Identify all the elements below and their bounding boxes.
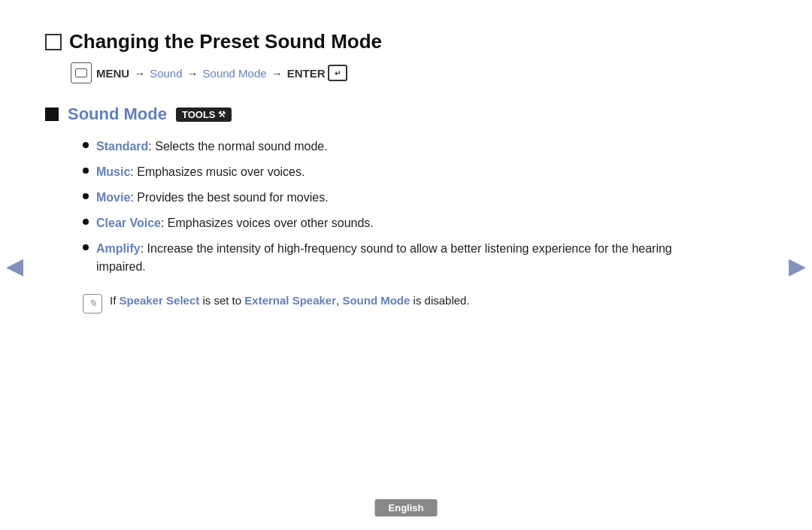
note-icon: ✎ [83,294,102,313]
nav-arrow-left[interactable]: ◀ [6,252,23,278]
list-item: Standard: Selects the normal sound mode. [83,138,677,156]
bullet-dot [83,244,89,250]
sound-link: Sound [150,67,182,80]
tools-badge: TOOLS ⚒ [176,108,232,122]
item-term: Clear Voice [96,217,161,229]
item-desc: : Emphasizes voices over other sounds. [161,217,374,229]
note-speaker-select: Speaker Select [120,294,200,307]
menu-path: MENU → Sound → Sound Mode → ENTER ↵ [71,62,677,83]
main-content: Changing the Preset Sound Mode MENU → So… [0,0,737,344]
nav-arrow-right[interactable]: ▶ [789,252,806,278]
item-term: Music [96,165,130,178]
note-suffix: is disabled. [410,294,469,307]
note-external-speaker: External Speaker [244,294,336,307]
bullet-dot [83,193,89,199]
note-row: ✎ If Speaker Select is set to External S… [83,292,677,313]
item-desc: : Selects the normal sound mode. [148,140,327,153]
sound-mode-link: Sound Mode [203,67,267,80]
list-item: Movie: Provides the best sound for movie… [83,189,677,207]
item-term: Movie [96,191,130,204]
note-sound-mode: Sound Mode [339,294,410,307]
menu-icon [71,62,92,83]
item-text: Amplify: Increase the intensity of high-… [96,240,677,276]
item-text: Clear Voice: Emphasizes voices over othe… [96,214,374,232]
bullet-dot [83,219,89,225]
item-desc: : Provides the best sound for movies. [130,191,328,204]
list-item: Music: Emphasizes music over voices. [83,163,677,181]
page-title: Changing the Preset Sound Mode [69,30,382,53]
note-middle: is set to [199,294,244,307]
arrow-3: → [271,67,283,80]
list-item: Clear Voice: Emphasizes voices over othe… [83,214,677,232]
arrow-2: → [187,67,198,80]
language-badge: English [375,499,438,516]
item-desc: : Increase the intensity of high-frequen… [96,242,672,273]
bullet-dot [83,168,89,174]
section-title: Sound Mode [68,104,167,124]
menu-label: MENU [96,67,129,80]
item-desc: : Emphasizes music over voices. [130,165,304,178]
list-item: Amplify: Increase the intensity of high-… [83,240,677,276]
section-marker [45,108,59,121]
arrow-1: → [134,67,145,80]
item-term: Amplify [96,242,141,255]
item-text: Music: Emphasizes music over voices. [96,163,304,181]
tools-icon: ⚒ [218,110,226,120]
item-term: Standard [96,140,148,153]
enter-box-icon: ↵ [328,65,347,81]
checkbox-icon [45,34,62,50]
title-row: Changing the Preset Sound Mode [45,30,677,53]
item-text: Movie: Provides the best sound for movie… [96,189,329,207]
bullet-list: Standard: Selects the normal sound mode.… [83,138,677,276]
bullet-dot [83,142,89,148]
enter-label: ENTER ↵ [287,65,348,81]
note-prefix: If [110,294,120,307]
note-text: If Speaker Select is set to External Spe… [110,292,470,310]
item-text: Standard: Selects the normal sound mode. [96,138,328,156]
section-row: Sound Mode TOOLS ⚒ [45,104,677,124]
